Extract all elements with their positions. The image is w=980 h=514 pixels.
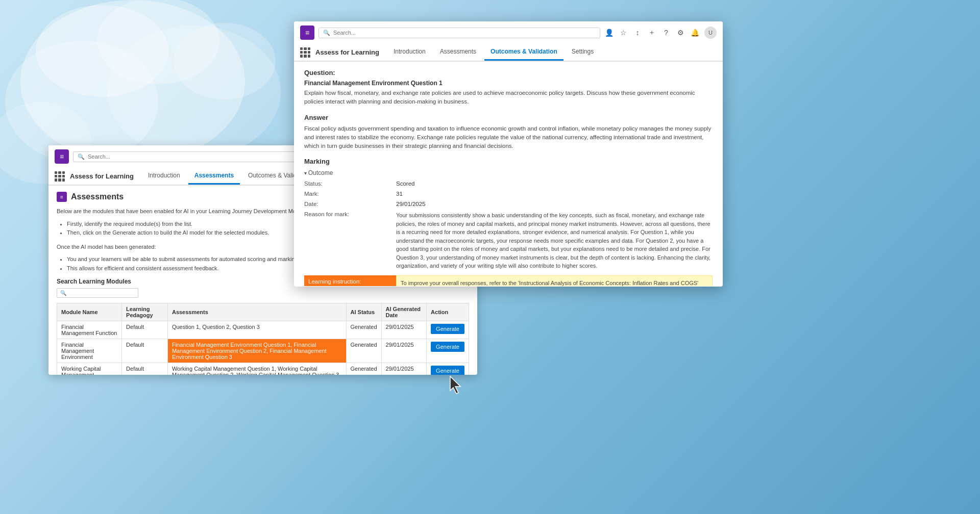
date-val: 29/01/2025 <box>396 200 713 208</box>
question-body: Explain how fiscal, monetary, and exchan… <box>304 89 713 107</box>
front-tab-assessments[interactable]: Assessments <box>434 44 482 61</box>
col-ai-date: AI Generated Date <box>381 303 427 321</box>
front-topbar: ≡ 🔍 👤 ☆ ↕ ＋ ? ⚙ 🔔 U <box>294 21 723 44</box>
reason-key: Reason for mark: <box>304 210 396 271</box>
learning-instruction-box: Learning instruction: To improve your ov… <box>304 275 713 286</box>
svg-point-0 <box>20 0 245 163</box>
front-search-bar[interactable]: 🔍 <box>318 28 600 38</box>
gear-icon[interactable]: ⚙ <box>676 28 685 37</box>
star-icon[interactable]: ☆ <box>619 28 628 37</box>
apps-grid-icon-back[interactable] <box>55 171 65 182</box>
svg-point-1 <box>5 41 158 163</box>
modules-search-box[interactable]: 🔍 <box>57 288 138 298</box>
row1-module: Financial Management Function <box>57 321 122 339</box>
row1-assessments: Question 1, Question 2, Question 3 <box>167 321 346 339</box>
question-title: Financial Management Environment Questio… <box>304 80 713 87</box>
front-tab-settings[interactable]: Settings <box>566 44 600 61</box>
arrow-icon[interactable]: ↕ <box>633 28 642 37</box>
back-tab-assessments[interactable]: Assessments <box>188 168 240 185</box>
app-logo-front: ≡ <box>300 25 314 40</box>
table-row: Working Capital Management Default Worki… <box>57 363 469 375</box>
answer-body: Fiscal policy adjusts government spendin… <box>304 124 713 151</box>
front-tab-outcomes[interactable]: Outcomes & Validation <box>484 44 564 61</box>
row2-assessments: Financial Management Environment Questio… <box>167 339 346 363</box>
col-ai-status: AI Status <box>346 303 381 321</box>
row3-pedagogy: Default <box>122 363 168 375</box>
row2-pedagogy: Default <box>122 339 168 363</box>
learning-instruction-val: To improve your overall responses, refer… <box>396 275 713 286</box>
search-icon-modules: 🔍 <box>60 290 66 296</box>
col-module-name: Module Name <box>57 303 122 321</box>
svg-point-4 <box>36 5 168 97</box>
row3-assessments: Working Capital Management Question 1, W… <box>167 363 346 375</box>
learning-instruction-key: Learning instruction: <box>304 275 396 286</box>
search-icon-back: 🔍 <box>78 153 85 160</box>
help-icon[interactable]: ? <box>662 28 671 37</box>
front-toolbar-icons: 👤 ☆ ↕ ＋ ? ⚙ 🔔 U <box>604 27 717 39</box>
table-row: Financial Management Function Default Qu… <box>57 321 469 339</box>
mark-key: Mark: <box>304 190 396 198</box>
mark-val: 31 <box>396 190 713 198</box>
outcome-details: Status: Scored Mark: 31 Date: 29/01/2025… <box>304 179 713 271</box>
date-key: Date: <box>304 200 396 208</box>
row1-status: Generated <box>346 321 381 339</box>
plus-icon[interactable]: ＋ <box>647 28 656 37</box>
row3-module: Working Capital Management <box>57 363 122 375</box>
outcome-section: Outcome Status: Scored Mark: 31 Date: 29… <box>304 169 713 286</box>
front-window-header: ≡ 🔍 👤 ☆ ↕ ＋ ? ⚙ 🔔 U Asse <box>294 21 723 62</box>
reason-val: Your submissions consistently show a bas… <box>396 210 713 271</box>
bell-icon[interactable]: 🔔 <box>690 28 699 37</box>
row2-module: Financial Management Environment <box>57 339 122 363</box>
assessments-icon: ≡ <box>57 192 67 202</box>
question-section-label: Question: <box>304 69 713 76</box>
table-header-row: Module Name Learning Pedagogy Assessment… <box>57 303 469 321</box>
front-tab-introduction[interactable]: Introduction <box>387 44 432 61</box>
back-app-title: Assess for Learning <box>70 172 134 180</box>
logo-symbol-front: ≡ <box>305 29 309 37</box>
svg-point-6 <box>174 23 276 99</box>
person-icon[interactable]: 👤 <box>604 28 614 37</box>
row1-pedagogy: Default <box>122 321 168 339</box>
col-action: Action <box>427 303 469 321</box>
apps-grid-icon-front[interactable] <box>300 47 310 58</box>
generate-btn-1[interactable]: Generate <box>431 324 464 334</box>
assessments-title-text: Assessments <box>71 192 124 201</box>
marking-label: Marking <box>304 158 713 165</box>
app-logo-back: ≡ <box>55 149 69 164</box>
col-pedagogy: Learning Pedagogy <box>122 303 168 321</box>
front-window: ≡ 🔍 👤 ☆ ↕ ＋ ? ⚙ 🔔 U Asse <box>294 21 723 287</box>
status-key: Status: <box>304 179 396 188</box>
col-assessments: Assessments <box>167 303 346 321</box>
front-content: Question: Financial Management Environme… <box>294 62 723 286</box>
generate-btn-3[interactable]: Generate <box>431 366 464 375</box>
front-nav: Assess for Learning Introduction Assessm… <box>294 44 723 61</box>
svg-point-2 <box>107 25 281 158</box>
outcome-header[interactable]: Outcome <box>304 169 713 176</box>
row3-action: Generate <box>427 363 469 375</box>
table-row: Financial Management Environment Default… <box>57 339 469 363</box>
modules-table: Module Name Learning Pedagogy Assessment… <box>57 303 469 375</box>
front-search-input[interactable] <box>333 30 596 36</box>
user-avatar[interactable]: U <box>704 27 717 39</box>
row1-date: 29/01/2025 <box>381 321 427 339</box>
row1-action: Generate <box>427 321 469 339</box>
logo-symbol: ≡ <box>60 152 64 161</box>
row2-status: Generated <box>346 339 381 363</box>
answer-label: Answer <box>304 114 713 121</box>
front-app-title: Assess for Learning <box>315 48 379 56</box>
svg-point-5 <box>97 0 219 84</box>
mouse-cursor <box>448 375 464 398</box>
row3-date: 29/01/2025 <box>381 363 427 375</box>
row2-action: Generate <box>427 339 469 363</box>
generate-btn-2[interactable]: Generate <box>431 342 464 352</box>
row2-date: 29/01/2025 <box>381 339 427 363</box>
back-tab-introduction[interactable]: Introduction <box>142 168 186 185</box>
search-icon-front: 🔍 <box>323 30 330 36</box>
row3-status: Generated <box>346 363 381 375</box>
status-val: Scored <box>396 179 713 188</box>
